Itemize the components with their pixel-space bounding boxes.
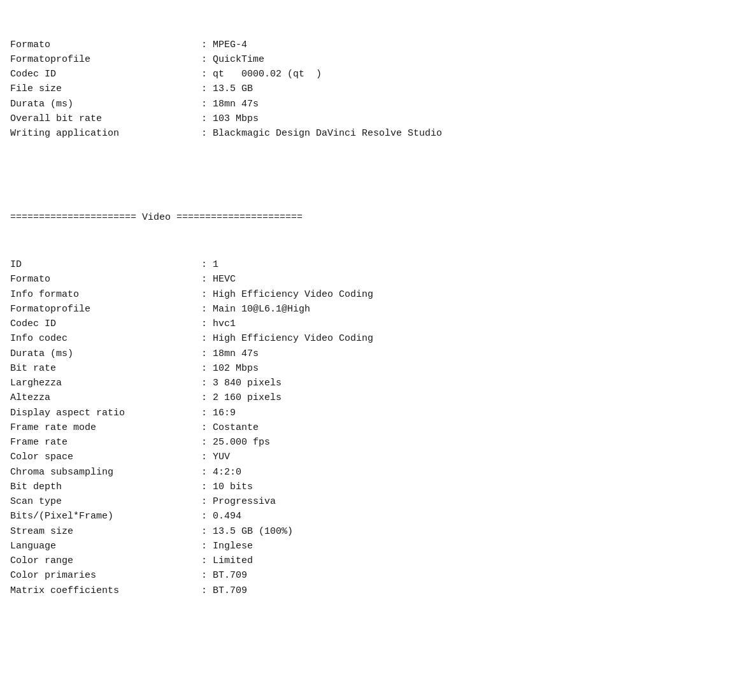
field-label: Durata (ms) — [10, 97, 201, 111]
field-label: Color space — [10, 450, 201, 464]
info-row: File size: 13.5 GB — [10, 82, 732, 96]
field-colon: : — [201, 568, 213, 583]
field-label: Chroma subsampling — [10, 465, 201, 480]
field-colon: : — [201, 494, 213, 509]
field-value: 1 — [213, 257, 218, 272]
field-colon: : — [201, 376, 213, 390]
field-label: Formatoprofile — [10, 52, 201, 67]
field-colon: : — [201, 539, 213, 554]
field-value: High Efficiency Video Coding — [213, 331, 373, 346]
field-value: 102 Mbps — [213, 361, 259, 376]
field-value: YUV — [213, 450, 230, 464]
info-row: Color space: YUV — [10, 450, 732, 464]
info-row: Formato: MPEG-4 — [10, 38, 732, 52]
info-row: Writing application: Blackmagic Design D… — [10, 126, 732, 141]
info-row: Color range: Limited — [10, 554, 732, 568]
info-row: Larghezza: 3 840 pixels — [10, 376, 732, 390]
info-row: Formato: HEVC — [10, 272, 732, 287]
general-section: Formato: MPEG-4Formatoprofile: QuickTime… — [10, 38, 732, 141]
info-row: Stream size: 13.5 GB (100%) — [10, 524, 732, 539]
info-row: Display aspect ratio: 16:9 — [10, 406, 732, 420]
field-label: Larghezza — [10, 376, 201, 390]
field-colon: : — [201, 317, 213, 331]
field-value: Blackmagic Design DaVinci Resolve Studio — [213, 126, 442, 141]
field-value: 25.000 fps — [213, 435, 270, 450]
field-value: Inglese — [213, 539, 253, 554]
field-label: Durata (ms) — [10, 346, 201, 361]
info-row: Durata (ms): 18mn 47s — [10, 97, 732, 111]
field-value: 13.5 GB (100%) — [213, 524, 293, 539]
field-label: Info formato — [10, 287, 201, 302]
field-label: Codec ID — [10, 67, 201, 82]
field-colon: : — [201, 38, 213, 52]
field-label: Codec ID — [10, 317, 201, 331]
info-row: Formatoprofile: Main 10@L6.1@High — [10, 302, 732, 317]
info-row: Info formato: High Efficiency Video Codi… — [10, 287, 732, 302]
field-colon: : — [201, 361, 213, 376]
info-row: Color primaries: BT.709 — [10, 568, 732, 583]
field-value: 18mn 47s — [213, 346, 259, 361]
video-section: ID: 1Formato: HEVCInfo formato: High Eff… — [10, 257, 732, 598]
field-value: MPEG-4 — [213, 38, 247, 52]
field-label: Color range — [10, 554, 201, 568]
field-colon: : — [201, 97, 213, 111]
info-row: Frame rate: 25.000 fps — [10, 435, 732, 450]
field-label: Bits/(Pixel*Frame) — [10, 509, 201, 524]
field-colon: : — [201, 52, 213, 67]
field-value: BT.709 — [213, 568, 247, 583]
field-value: 16:9 — [213, 406, 236, 420]
info-row: Bit rate: 102 Mbps — [10, 361, 732, 376]
field-colon: : — [201, 287, 213, 302]
field-colon: : — [201, 111, 213, 126]
field-colon: : — [201, 524, 213, 539]
info-row: Formatoprofile: QuickTime — [10, 52, 732, 67]
info-row: ID: 1 — [10, 257, 732, 272]
field-label: Language — [10, 539, 201, 554]
field-value: High Efficiency Video Coding — [213, 287, 373, 302]
info-row: Altezza: 2 160 pixels — [10, 390, 732, 405]
field-label: Stream size — [10, 524, 201, 539]
field-colon: : — [201, 435, 213, 450]
info-row: Scan type: Progressiva — [10, 494, 732, 509]
field-colon: : — [201, 272, 213, 287]
field-label: Bit rate — [10, 361, 201, 376]
field-colon: : — [201, 82, 213, 96]
info-row: Language: Inglese — [10, 539, 732, 554]
field-value: 103 Mbps — [213, 111, 259, 126]
field-colon: : — [201, 465, 213, 480]
field-label: Display aspect ratio — [10, 406, 201, 420]
field-label: Bit depth — [10, 480, 201, 494]
field-value: HEVC — [213, 272, 236, 287]
field-colon: : — [201, 390, 213, 405]
field-label: Frame rate mode — [10, 420, 201, 435]
field-colon: : — [201, 420, 213, 435]
field-value: 2 160 pixels — [213, 390, 282, 405]
field-label: Color primaries — [10, 568, 201, 583]
field-value: BT.709 — [213, 583, 247, 598]
field-colon: : — [201, 480, 213, 494]
field-label: Writing application — [10, 126, 201, 141]
field-value: 13.5 GB — [213, 82, 253, 96]
field-colon: : — [201, 346, 213, 361]
field-label: Overall bit rate — [10, 111, 201, 126]
info-row: Overall bit rate: 103 Mbps — [10, 111, 732, 126]
field-label: Info codec — [10, 331, 201, 346]
field-label: ID — [10, 257, 201, 272]
field-label: Matrix coefficients — [10, 583, 201, 598]
field-label: Altezza — [10, 390, 201, 405]
field-label: Frame rate — [10, 435, 201, 450]
info-row: Bit depth: 10 bits — [10, 480, 732, 494]
field-label: Formato — [10, 272, 201, 287]
field-colon: : — [201, 257, 213, 272]
field-label: Formato — [10, 38, 201, 52]
info-row: Bits/(Pixel*Frame): 0.494 — [10, 509, 732, 524]
field-value: 3 840 pixels — [213, 376, 282, 390]
field-label: Scan type — [10, 494, 201, 509]
info-row: Durata (ms): 18mn 47s — [10, 346, 732, 361]
field-label: File size — [10, 82, 201, 96]
field-value: hvc1 — [213, 317, 236, 331]
field-colon: : — [201, 406, 213, 420]
field-value: Progressiva — [213, 494, 276, 509]
field-colon: : — [201, 450, 213, 464]
field-label: Formatoprofile — [10, 302, 201, 317]
